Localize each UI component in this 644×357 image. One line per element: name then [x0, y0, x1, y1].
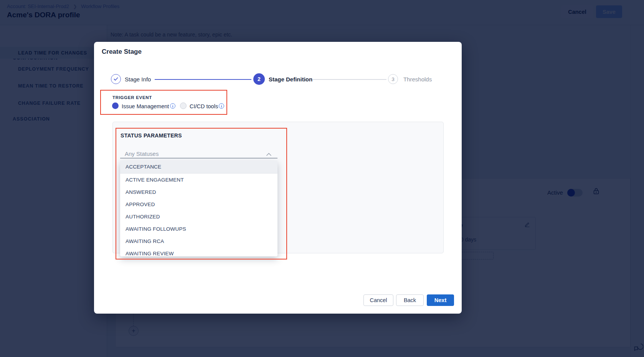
issue-management-info-icon[interactable]: i [170, 103, 175, 109]
stepper-connector-todo [313, 79, 386, 80]
modal-back-button[interactable]: Back [396, 294, 424, 306]
status-option-answered[interactable]: ANSWERED [120, 186, 277, 198]
status-option-active-engagement[interactable]: ACTIVE ENGAGEMENT [120, 174, 277, 186]
modal-next-button[interactable]: Next [427, 294, 454, 306]
status-option-awaiting-rca[interactable]: AWAITING RCA [120, 235, 277, 247]
cicd-tools-info-icon[interactable]: i [219, 103, 224, 109]
step-stage-definition-label[interactable]: Stage Definition [269, 76, 312, 83]
select-underline [120, 158, 277, 159]
statuses-select-value[interactable]: Any Statuses [125, 150, 159, 157]
statuses-dropdown: ACCEPTANCE ACTIVE ENGAGEMENT ANSWERED AP… [120, 160, 277, 256]
step-1-done-icon[interactable] [111, 74, 121, 84]
create-stage-modal: Create Stage Stage Info 2 Stage Definiti… [94, 42, 462, 314]
step-3-badge[interactable]: 3 [388, 74, 398, 84]
annotation-box-trigger-event [100, 90, 227, 115]
status-option-approved[interactable]: APPROVED [120, 198, 277, 210]
app-root: Account: SEI-Internal-Prod2 ❯ Workflow P… [0, 0, 644, 357]
status-option-authorized[interactable]: AUTHORIZED [120, 210, 277, 223]
step-stage-info-label[interactable]: Stage Info [125, 76, 151, 83]
radio-issue-management[interactable] [112, 102, 119, 109]
status-parameters-label: STATUS PARAMETERS [121, 132, 182, 139]
stepper-connector-done [155, 79, 251, 80]
modal-title: Create Stage [102, 48, 142, 56]
status-option-awaiting-followups[interactable]: AWAITING FOLLOWUPS [120, 223, 277, 235]
step-2-badge[interactable]: 2 [253, 73, 265, 85]
chevron-up-icon[interactable] [266, 151, 272, 154]
radio-cicd-tools[interactable] [180, 102, 187, 109]
trigger-event-label: TRIGGER EVENT [112, 95, 152, 100]
radio-issue-management-label[interactable]: Issue Management [122, 103, 169, 109]
status-option-acceptance[interactable]: ACCEPTANCE [120, 160, 277, 174]
radio-cicd-tools-label[interactable]: CI/CD tools [190, 103, 218, 109]
modal-cancel-button[interactable]: Cancel [363, 294, 393, 306]
step-thresholds-label[interactable]: Thresholds [403, 76, 432, 83]
status-option-awaiting-review[interactable]: AWAITING REVIEW [120, 247, 277, 256]
